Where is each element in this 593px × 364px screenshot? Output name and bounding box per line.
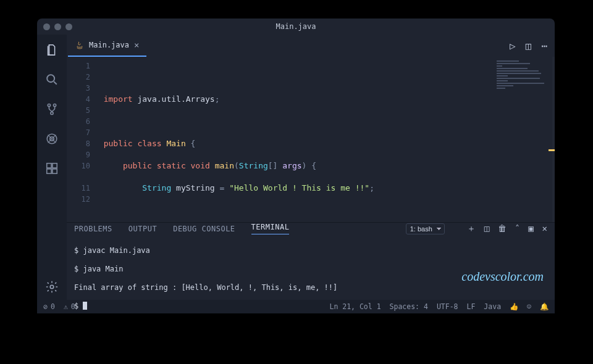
panel-tabs: PROBLEMS OUTPUT DEBUG CONSOLE TERMINAL 1…: [67, 223, 555, 234]
terminal-cursor: [83, 302, 87, 310]
settings-gear-icon[interactable]: [44, 279, 60, 295]
window-title: Main.java: [275, 22, 316, 31]
svg-point-10: [50, 285, 54, 289]
java-file-icon: [75, 41, 84, 49]
kill-terminal-icon[interactable]: 🗑: [498, 223, 507, 234]
traffic-lights[interactable]: [43, 23, 72, 30]
svg-rect-9: [53, 169, 57, 173]
svg-point-2: [53, 104, 56, 106]
terminal-shell-select[interactable]: 1: bash: [406, 223, 445, 234]
split-editor-icon[interactable]: ◫: [526, 40, 532, 52]
run-debug-icon[interactable]: [44, 131, 60, 147]
line-number-gutter: 1 2 3 4 5 6 7 8 9 10 11 12: [67, 57, 94, 222]
tab-problems[interactable]: PROBLEMS: [74, 225, 112, 233]
close-panel-icon[interactable]: ✕: [542, 223, 547, 234]
zoom-window-icon[interactable]: [65, 23, 72, 30]
error-icon: ⊘: [43, 302, 48, 311]
status-errors[interactable]: ⊘ 0: [43, 302, 55, 311]
titlebar: Main.java: [37, 19, 555, 35]
tab-debug-console[interactable]: DEBUG CONSOLE: [173, 225, 235, 233]
tab-label: Main.java: [89, 41, 129, 49]
run-icon[interactable]: ▷: [510, 40, 516, 52]
watermark: codevscolor.com: [461, 270, 544, 284]
overview-ruler-marker: [549, 149, 555, 151]
maximize-panel-icon[interactable]: ▣: [528, 223, 533, 234]
main-area: Main.java × ▷ ◫ ⋯ 1 2 3 4 5 6 7: [67, 35, 555, 300]
close-tab-icon[interactable]: ×: [134, 40, 139, 50]
minimap[interactable]: [497, 60, 552, 110]
chevron-up-icon[interactable]: ˄: [515, 223, 519, 234]
minimize-window-icon[interactable]: [54, 23, 61, 30]
svg-rect-7: [53, 163, 57, 168]
tab-terminal[interactable]: TERMINAL: [251, 223, 290, 234]
svg-rect-6: [47, 163, 51, 168]
more-actions-icon[interactable]: ⋯: [541, 40, 547, 52]
new-terminal-icon[interactable]: ＋: [467, 223, 476, 234]
bottom-panel: PROBLEMS OUTPUT DEBUG CONSOLE TERMINAL 1…: [67, 222, 555, 300]
editor-tabs: Main.java × ▷ ◫ ⋯: [67, 35, 555, 57]
code-editor[interactable]: 1 2 3 4 5 6 7 8 9 10 11 12 import java.u…: [67, 57, 555, 222]
tab-main-java[interactable]: Main.java ×: [68, 35, 146, 57]
svg-point-3: [51, 112, 53, 114]
tab-output[interactable]: OUTPUT: [128, 225, 157, 233]
svg-point-1: [48, 104, 50, 106]
split-terminal-icon[interactable]: ◫: [484, 223, 489, 234]
svg-point-0: [47, 75, 54, 82]
editor-scrollbar[interactable]: [552, 57, 555, 222]
activity-bar: [37, 35, 67, 300]
explorer-icon[interactable]: [44, 42, 60, 58]
code-body[interactable]: import java.util.Arrays; public class Ma…: [94, 57, 555, 222]
svg-rect-8: [47, 169, 51, 173]
search-icon[interactable]: [44, 72, 60, 88]
source-control-icon[interactable]: [44, 101, 60, 117]
app-window: Main.java: [37, 19, 555, 313]
extensions-icon[interactable]: [44, 160, 60, 176]
close-window-icon[interactable]: [43, 23, 50, 30]
